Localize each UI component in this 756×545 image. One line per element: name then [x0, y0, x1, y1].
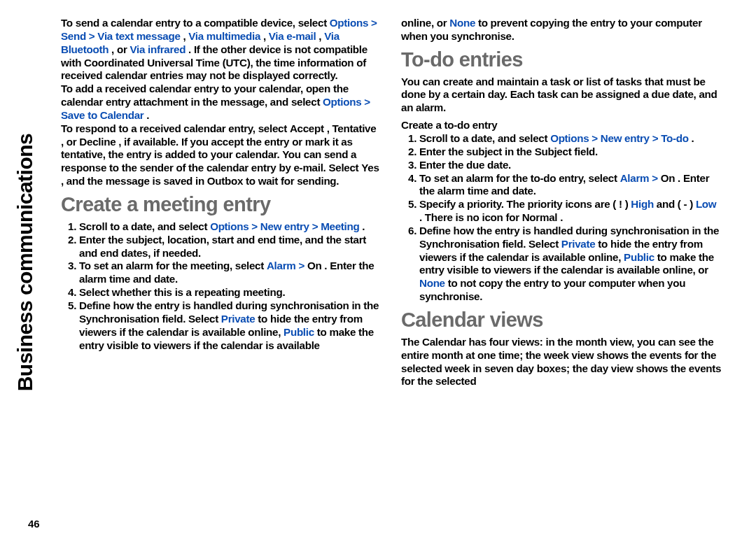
ui-decline: Decline [79, 136, 115, 148]
ui-options: Options [550, 132, 589, 144]
list-item: Enter the subject, location, start and e… [79, 234, 382, 260]
content-columns: To send a calendar entry to a compatible… [61, 17, 735, 545]
ui-private: Private [561, 238, 596, 250]
para-add-received: To add a received calendar entry to your… [61, 83, 382, 122]
ui-options: Options [323, 96, 361, 108]
text: To send a calendar entry to a compatible… [61, 17, 330, 29]
text: To add a received calendar entry to your… [61, 83, 349, 108]
ui-normal: Normal [522, 211, 558, 223]
text: field. Select [502, 238, 561, 250]
sep-gt: > [251, 220, 260, 232]
todo-steps: Scroll to a date, and select Options > N… [401, 132, 722, 304]
ui-save-to-calendar: Save to Calendar [61, 109, 144, 121]
ui-on: On [307, 260, 322, 271]
text: To set an alarm for the to-do entry, sel… [419, 172, 620, 184]
text: , [263, 30, 269, 42]
ui-new-entry: New entry [601, 132, 650, 144]
text: Scroll to a date, and select [79, 220, 210, 232]
text: . [560, 211, 563, 223]
text: online, or [401, 17, 449, 29]
list-item: Define how the entry is handled during s… [419, 225, 722, 304]
text: field. [574, 146, 598, 157]
sep-gt: > [89, 30, 98, 42]
text: field. Select [162, 313, 220, 325]
list-item: Enter the due date. [419, 159, 722, 172]
ui-send: Send [61, 30, 86, 42]
para-cont-sync: online, or None to prevent copying the e… [401, 17, 722, 43]
ui-synchronisation: Synchronisation [419, 238, 500, 250]
text: Define how the entry is handled during s… [419, 225, 719, 236]
text: , or [111, 43, 130, 55]
para-send-entry: To send a calendar entry to a compatible… [61, 17, 382, 83]
sep-gt: > [652, 172, 661, 184]
text: Define how the entry is handled during s… [79, 299, 379, 311]
ui-via-text-message: Via text message [97, 30, 180, 42]
section-tab: Business communications [4, 14, 46, 532]
ui-on: On [661, 172, 676, 184]
list-item: Specify a priority. The priority icons a… [419, 198, 722, 225]
para-todo-intro: You can create and maintain a task or li… [401, 76, 722, 115]
ui-high: High [631, 198, 654, 210]
ui-meeting: Meeting [321, 220, 359, 232]
text: . There is no icon for [419, 211, 522, 223]
list-item: Select whether this is a repeating meeti… [79, 286, 382, 299]
left-column: To send a calendar entry to a compatible… [61, 17, 382, 545]
text: . [146, 109, 149, 121]
text: . [362, 220, 365, 232]
ui-accept: Accept [290, 122, 324, 134]
section-tab-label: Business communications [13, 115, 37, 409]
list-item: To set an alarm for the to-do entry, sel… [419, 172, 722, 199]
text: Scroll to a date, and select [419, 132, 550, 144]
para-respond: To respond to a received calendar entry,… [61, 122, 382, 188]
text: . [692, 132, 694, 144]
ui-none: None [419, 277, 445, 289]
text: and ( - ) [657, 198, 696, 210]
ui-synchronisation: Synchronisation [79, 313, 160, 325]
heading-calendar-views: Calendar views [401, 308, 722, 333]
sep-gt: > [652, 132, 662, 144]
subheading-create-todo: Create a to-do entry [401, 119, 722, 132]
text: to not copy the entry to your computer w… [419, 277, 685, 302]
list-item: Enter the subject in the Subject field. [419, 146, 722, 159]
ui-new-entry: New entry [260, 220, 309, 232]
ui-public: Public [284, 326, 314, 338]
list-item: Scroll to a date, and select Options > N… [419, 132, 722, 146]
ui-yes: Yes [361, 162, 379, 174]
para-calendar-views: The Calendar has four views: in the mont… [401, 336, 722, 388]
heading-create-meeting: Create a meeting entry [61, 192, 382, 218]
manual-page: Business communications 46 To send a cal… [0, 0, 756, 545]
right-column: online, or None to prevent copying the e… [401, 17, 722, 545]
ui-public: Public [624, 251, 654, 263]
ui-todo: To-do [661, 132, 689, 144]
ui-options: Options [330, 17, 368, 29]
sep-gt: > [312, 220, 321, 232]
ui-low: Low [696, 198, 716, 210]
text: Enter the subject in the [419, 146, 535, 157]
ui-options: Options [210, 220, 248, 232]
meeting-steps: Scroll to a date, and select Options > N… [61, 220, 382, 352]
text: , and the message is saved in Outbox to … [61, 175, 339, 187]
sep-gt: > [592, 132, 601, 144]
ui-private: Private [221, 313, 255, 325]
text: , [327, 122, 332, 134]
text: To respond to a received calendar entry,… [61, 122, 290, 134]
ui-subject: Subject [535, 146, 572, 157]
sep-gt: > [371, 17, 377, 29]
text: , or [61, 136, 79, 148]
ui-via-email: Via e-mail [269, 30, 316, 42]
list-item: Define how the entry is handled during s… [79, 299, 382, 352]
text: To set an alarm for the meeting, select [79, 260, 267, 271]
ui-alarm: Alarm [267, 260, 296, 271]
list-item: To set an alarm for the meeting, select … [79, 260, 382, 286]
ui-via-infrared: Via infrared [130, 43, 186, 55]
page-number: 46 [28, 518, 40, 530]
heading-todo-entries: To-do entries [401, 48, 722, 73]
sep-gt: > [298, 260, 307, 271]
ui-none: None [449, 17, 475, 29]
ui-tentative: Tentative [332, 122, 377, 134]
list-item: Scroll to a date, and select Options > N… [79, 220, 382, 234]
ui-alarm: Alarm [620, 172, 650, 184]
ui-via-multimedia: Via multimedia [188, 30, 260, 42]
sep-gt: > [364, 96, 370, 108]
text: Specify a priority. The priority icons a… [419, 198, 631, 210]
